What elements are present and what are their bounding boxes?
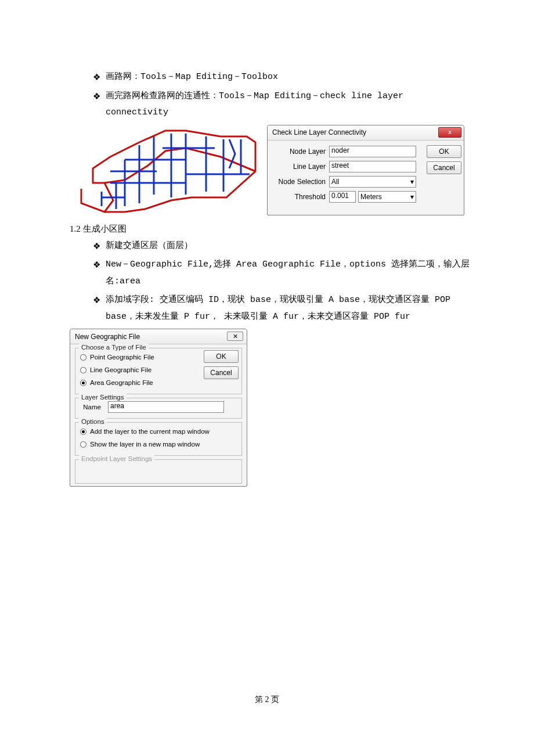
bullet-item: ❖ New－Geographic File,选择 Area Geographic…: [93, 257, 476, 290]
bullet-line1: 画完路网检查路网的连通性：Tools－Map Editing－check lin…: [106, 91, 403, 101]
section-heading-1-2: 1.2 生成小区图: [70, 224, 476, 235]
bullet-item: ❖ 画路网：Tools－Map Editing－Toolbox: [93, 69, 476, 86]
bullet-line1: New－Geographic File,选择 Area Geographic F…: [106, 260, 470, 269]
close-button[interactable]: ✕: [227, 332, 243, 341]
threshold-input[interactable]: 0.001: [329, 191, 356, 203]
bullet-item: ❖ 新建交通区层（面层）: [93, 238, 476, 255]
road-network-sketch: [70, 125, 261, 218]
bullet-marker: ❖: [93, 69, 106, 86]
radio-icon: [80, 367, 86, 373]
bullet-text: 新建交通区层（面层）: [106, 238, 476, 255]
bullet-item: ❖ 画完路网检查路网的连通性：Tools－Map Editing－check l…: [93, 88, 476, 121]
node-selection-label: Node Selection: [276, 178, 329, 186]
node-layer-input[interactable]: noder: [329, 146, 416, 157]
radio-add-layer[interactable]: Add the layer to the current map window: [80, 425, 237, 438]
dialog-title: New Geographic File: [75, 333, 140, 341]
layer-name-input[interactable]: area: [108, 401, 224, 413]
page-footer: 第 2 页: [0, 694, 534, 705]
group-legend: Endpoint Layer Settings: [79, 455, 154, 462]
group-legend: Choose a Type of File: [79, 344, 149, 351]
bullet-text: 添加域字段: 交通区编码 ID，现状 base，现状吸引量 A base，现状交…: [106, 292, 476, 325]
ok-button[interactable]: OK: [427, 145, 461, 158]
bullet-marker: ❖: [93, 257, 106, 273]
units-value: Meters: [360, 193, 382, 201]
line-layer-label: Line Layer: [276, 163, 329, 171]
radio-label: Line Geographic File: [90, 366, 151, 373]
close-button[interactable]: x: [438, 127, 461, 138]
radio-show-layer[interactable]: Show the layer in a new map window: [80, 438, 237, 451]
name-label: Name: [80, 404, 104, 411]
threshold-label: Threshold: [276, 193, 329, 201]
bullet-item: ❖ 添加域字段: 交通区编码 ID，现状 base，现状吸引量 A base，现…: [93, 292, 476, 325]
node-selection-value: All: [331, 178, 339, 186]
radio-label: Point Geographic File: [90, 354, 154, 361]
bullet-line2: base，未来发生量 P fur， 未来吸引量 A fur，未来交通区容量 PO…: [106, 312, 410, 322]
units-select[interactable]: Meters ▾: [358, 191, 416, 203]
group-legend: Options: [79, 418, 107, 425]
node-layer-label: Node Layer: [276, 147, 329, 156]
group-endpoint-settings: Endpoint Layer Settings: [75, 459, 242, 484]
check-connectivity-dialog: Check Line Layer Connectivity x Node Lay…: [267, 125, 464, 215]
chevron-down-icon: ▾: [410, 193, 414, 201]
figure-row: Check Line Layer Connectivity x Node Lay…: [70, 125, 476, 218]
group-legend: Layer Settings: [79, 394, 127, 401]
radio-label: Show the layer in a new map window: [90, 441, 200, 448]
bullet-text: 画完路网检查路网的连通性：Tools－Map Editing－check lin…: [106, 88, 476, 121]
cancel-button[interactable]: Cancel: [427, 161, 461, 174]
dialog-title: Check Line Layer Connectivity: [272, 128, 366, 136]
dialog-titlebar: New Geographic File ✕: [70, 329, 247, 344]
radio-area-file[interactable]: Area Geographic File: [80, 376, 195, 389]
group-file-type: Choose a Type of File Point Geographic F…: [75, 348, 242, 394]
group-layer-settings: Layer Settings Name area: [75, 398, 242, 419]
radio-icon: [80, 380, 86, 386]
radio-point-file[interactable]: Point Geographic File: [80, 351, 195, 363]
radio-icon: [80, 429, 86, 435]
chevron-down-icon: ▾: [410, 178, 414, 186]
bullet-text: New－Geographic File,选择 Area Geographic F…: [106, 257, 476, 290]
bullet-line2: 名:area: [106, 276, 140, 286]
bullet-marker: ❖: [93, 292, 106, 309]
radio-label: Add the layer to the current map window: [90, 428, 210, 435]
node-selection-select[interactable]: All ▾: [329, 176, 416, 188]
bullet-marker: ❖: [93, 88, 106, 105]
bullet-marker: ❖: [93, 238, 106, 255]
bullet-line1: 添加域字段: 交通区编码 ID，现状 base，现状吸引量 A base，现状交…: [106, 295, 450, 305]
radio-line-file[interactable]: Line Geographic File: [80, 363, 195, 376]
radio-label: Area Geographic File: [90, 379, 153, 386]
dialog-titlebar: Check Line Layer Connectivity x: [268, 125, 464, 141]
radio-icon: [80, 441, 86, 448]
line-layer-input[interactable]: street: [329, 161, 416, 172]
group-options: Options Add the layer to the current map…: [75, 422, 242, 456]
radio-icon: [80, 354, 86, 361]
bullet-text: 画路网：Tools－Map Editing－Toolbox: [106, 69, 476, 86]
new-geographic-file-dialog: New Geographic File ✕ OK Cancel Choose a…: [70, 329, 247, 487]
bullet-line2: connectivity: [106, 107, 168, 117]
